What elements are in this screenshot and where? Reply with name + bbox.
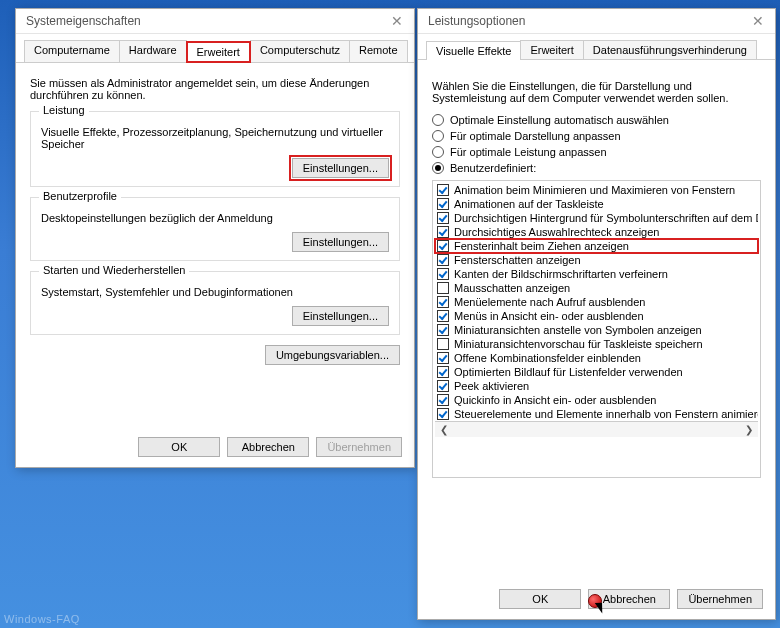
check-item[interactable]: Quickinfo in Ansicht ein- oder ausblende… [435, 393, 758, 407]
check-item[interactable]: Menüelemente nach Aufruf ausblenden [435, 295, 758, 309]
check-item[interactable]: Fensterinhalt beim Ziehen anzeigen [435, 239, 758, 253]
radio-icon [432, 130, 444, 142]
checkbox-icon [437, 226, 449, 238]
checkbox-icon [437, 366, 449, 378]
check-label: Quickinfo in Ansicht ein- oder ausblende… [454, 394, 656, 406]
tab-remote[interactable]: Remote [349, 40, 408, 62]
performance-settings-button[interactable]: Einstellungen... [292, 158, 389, 178]
tab-visuelle-effekte[interactable]: Visuelle Effekte [426, 41, 521, 60]
checkbox-icon [437, 296, 449, 308]
check-item[interactable]: Animationen auf der Taskleiste [435, 197, 758, 211]
tab-datenausführungsverhinderung[interactable]: Datenausführungsverhinderung [583, 40, 757, 59]
horizontal-scrollbar[interactable]: ❮ ❯ [435, 421, 758, 437]
radio-label: Für optimale Leistung anpassen [450, 146, 607, 158]
tab-panel-visual-effects: Wählen Sie die Einstellungen, die für Da… [418, 60, 775, 488]
startup-settings-button[interactable]: Einstellungen... [292, 306, 389, 326]
checkbox-icon [437, 324, 449, 336]
check-item[interactable]: Optimierten Bildlauf für Listenfelder ve… [435, 365, 758, 379]
watermark-text: Windows-FAQ [4, 613, 80, 625]
checkbox-icon [437, 380, 449, 392]
performance-options-dialog: Leistungsoptionen ✕ Visuelle EffekteErwe… [417, 8, 776, 620]
check-item[interactable]: Peek aktivieren [435, 379, 758, 393]
check-label: Animationen auf der Taskleiste [454, 198, 604, 210]
check-item[interactable]: Miniaturansichtenvorschau für Taskleiste… [435, 337, 758, 351]
check-label: Animation beim Minimieren und Maximieren… [454, 184, 735, 196]
tab-computerschutz[interactable]: Computerschutz [250, 40, 350, 62]
group-desc: Desktopeinstellungen bezüglich der Anmel… [41, 212, 389, 224]
scroll-left-icon[interactable]: ❮ [437, 424, 451, 435]
check-label: Kanten der Bildschirmschriftarten verfei… [454, 268, 668, 280]
titlebar: Systemeigenschaften ✕ [16, 9, 414, 34]
dialog-buttons: OK Abbrechen Übernehmen [495, 589, 763, 609]
checkbox-icon [437, 408, 449, 420]
check-item[interactable]: Miniaturansichten anstelle von Symbolen … [435, 323, 758, 337]
check-item[interactable]: Menüs in Ansicht ein- oder ausblenden [435, 309, 758, 323]
checkbox-icon [437, 310, 449, 322]
checkbox-icon [437, 212, 449, 224]
dialog-title: Leistungsoptionen [428, 14, 525, 28]
check-label: Mausschatten anzeigen [454, 282, 570, 294]
scroll-right-icon[interactable]: ❯ [742, 424, 756, 435]
check-item[interactable]: Kanten der Bildschirmschriftarten verfei… [435, 267, 758, 281]
check-label: Offene Kombinationsfelder einblenden [454, 352, 641, 364]
radio-label: Für optimale Darstellung anpassen [450, 130, 621, 142]
group-title: Leistung [39, 104, 89, 116]
apply-button[interactable]: Übernehmen [316, 437, 402, 457]
group-startup-recovery: Starten und Wiederherstellen Systemstart… [30, 271, 400, 335]
tab-computername[interactable]: Computername [24, 40, 120, 62]
close-icon[interactable]: ✕ [386, 13, 408, 29]
radio-option[interactable]: Benutzerdefiniert: [432, 162, 761, 174]
check-label: Fensterschatten anzeigen [454, 254, 581, 266]
checkbox-icon [437, 184, 449, 196]
check-item[interactable]: Fensterschatten anzeigen [435, 253, 758, 267]
close-icon[interactable]: ✕ [747, 13, 769, 29]
apply-button[interactable]: Übernehmen [677, 589, 763, 609]
system-properties-dialog: Systemeigenschaften ✕ ComputernameHardwa… [15, 8, 415, 468]
radio-label: Optimale Einstellung automatisch auswähl… [450, 114, 669, 126]
dialog-title: Systemeigenschaften [26, 14, 141, 28]
checkbox-icon [437, 254, 449, 266]
check-label: Menüs in Ansicht ein- oder ausblenden [454, 310, 644, 322]
check-item[interactable]: Offene Kombinationsfelder einblenden [435, 351, 758, 365]
check-item[interactable]: Steuerelemente und Elemente innerhalb vo… [435, 407, 758, 421]
check-label: Miniaturansichten anstelle von Symbolen … [454, 324, 702, 336]
tab-panel-advanced: Sie müssen als Administrator angemeldet … [16, 63, 414, 375]
checkbox-icon [437, 394, 449, 406]
radio-label: Benutzerdefiniert: [450, 162, 536, 174]
group-user-profiles: Benutzerprofile Desktopeinstellungen bez… [30, 197, 400, 261]
instruction-text: Wählen Sie die Einstellungen, die für Da… [432, 80, 761, 104]
check-label: Miniaturansichtenvorschau für Taskleiste… [454, 338, 703, 350]
check-item[interactable]: Mausschatten anzeigen [435, 281, 758, 295]
radio-group: Optimale Einstellung automatisch auswähl… [432, 114, 761, 174]
dialog-buttons: OK Abbrechen Übernehmen [134, 437, 402, 457]
group-desc: Systemstart, Systemfehler und Debuginfor… [41, 286, 389, 298]
check-item[interactable]: Animation beim Minimieren und Maximieren… [435, 183, 758, 197]
check-item[interactable]: Durchsichtigen Hintergrund für Symbolunt… [435, 211, 758, 225]
user-profiles-settings-button[interactable]: Einstellungen... [292, 232, 389, 252]
radio-option[interactable]: Für optimale Darstellung anpassen [432, 130, 761, 142]
admin-hint: Sie müssen als Administrator angemeldet … [30, 77, 400, 101]
checkbox-icon [437, 198, 449, 210]
radio-option[interactable]: Optimale Einstellung automatisch auswähl… [432, 114, 761, 126]
check-label: Menüelemente nach Aufruf ausblenden [454, 296, 645, 308]
cancel-button[interactable]: Abbrechen [227, 437, 309, 457]
check-label: Fensterinhalt beim Ziehen anzeigen [454, 240, 629, 252]
radio-icon [432, 162, 444, 174]
tab-erweitert[interactable]: Erweitert [186, 41, 251, 63]
checkbox-icon [437, 282, 449, 294]
checkbox-icon [437, 352, 449, 364]
ok-button[interactable]: OK [138, 437, 220, 457]
check-label: Peek aktivieren [454, 380, 529, 392]
radio-icon [432, 146, 444, 158]
ok-button[interactable]: OK [499, 589, 581, 609]
tab-hardware[interactable]: Hardware [119, 40, 187, 62]
check-label: Durchsichtigen Hintergrund für Symbolunt… [454, 212, 758, 224]
environment-variables-button[interactable]: Umgebungsvariablen... [265, 345, 400, 365]
group-title: Benutzerprofile [39, 190, 121, 202]
titlebar: Leistungsoptionen ✕ [418, 9, 775, 34]
effects-checklist[interactable]: Animation beim Minimieren und Maximieren… [432, 180, 761, 478]
check-item[interactable]: Durchsichtiges Auswahlrechteck anzeigen [435, 225, 758, 239]
check-label: Optimierten Bildlauf für Listenfelder ve… [454, 366, 683, 378]
tab-erweitert[interactable]: Erweitert [520, 40, 583, 59]
radio-option[interactable]: Für optimale Leistung anpassen [432, 146, 761, 158]
